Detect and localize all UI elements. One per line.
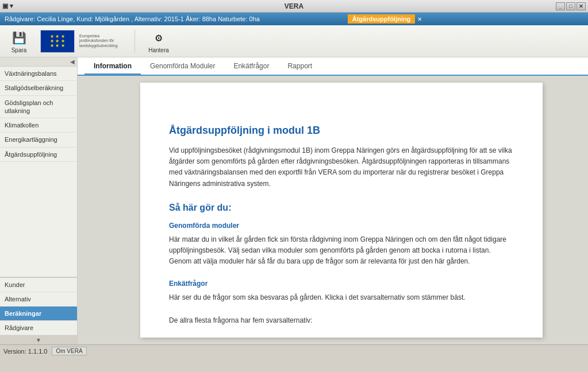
app-title: VERA [285,2,303,10]
doc-subsection-enkätfragor: Enkätfrågor [169,278,514,289]
doc-enkät-note: De allra flesta frågorna har fem svarsal… [169,315,514,326]
eu-logo-area: ★ ★ ★★ ★ ★★ ★ ★ Europeiska jordbruksfond… [40,30,125,53]
sidebar-bottom-berakningar[interactable]: Beräkningar [0,307,77,321]
doc-section1-title: Så här gör du: [169,201,514,215]
breadcrumb: Rådgivare: Cecilia Linge, Kund: Mjölkgår… [0,13,588,25]
tab-rapport[interactable]: Rapport [278,59,321,75]
toolbar: 💾 Spara ★ ★ ★★ ★ ★★ ★ ★ Europeiska jordb… [0,25,588,57]
doc-subsection-genomforda: Genomförda moduler [169,220,514,231]
document-page: Åtgärdsuppföljning i modul 1B Vid uppföl… [140,83,543,338]
sidebar-item-atgardsuppfoljning[interactable]: Åtgärdsuppföljning [0,148,77,162]
save-button[interactable]: 💾 Spara [5,28,33,55]
maximize-button[interactable]: □ [566,2,575,10]
app-menu-icon[interactable]: ▣ ▾ [2,2,13,10]
eu-logo-text: Europeiska jordbruksfonden för landsbygd… [79,34,125,48]
tab-information[interactable]: Information [84,59,141,75]
doc-enkät-body: Här ser du de frågor som ska besvaras på… [169,292,514,303]
doc-title: Åtgärdsuppföljning i modul 1B [169,123,514,138]
sidebar-item-stallgodsel[interactable]: Stallgödselberäkning [0,81,77,95]
content-area: Information Genomförda Moduler Enkätfråg… [78,57,588,344]
eu-logo: ★ ★ ★★ ★ ★★ ★ ★ [40,30,75,53]
minimize-button[interactable]: _ [556,2,565,10]
sidebar-item-godslingsplan[interactable]: Gödsligsplan och utlakning [0,96,77,119]
sidebar-collapse-button[interactable]: ◀ [0,57,77,67]
title-bar-left[interactable]: ▣ ▾ [2,2,13,10]
about-vera-button[interactable]: Om VERA [52,347,86,355]
sidebar-bottom: Kunder Alternativ Beräkningar Rådgivare … [0,277,77,344]
tab-genomforda-moduler[interactable]: Genomförda Moduler [141,59,224,75]
sidebar-nav: Växtnäringsbalans Stallgödselberäkning G… [0,67,77,277]
close-button[interactable]: ✕ [577,2,586,10]
sidebar-bottom-kunder[interactable]: Kunder [0,278,77,292]
save-label: Spara [11,47,27,53]
doc-intro: Vid uppföljningsbesöket (rådgivningsmodu… [169,145,514,189]
sidebar: ◀ Växtnäringsbalans Stallgödselberäkning… [0,57,78,344]
sidebar-scroll-down[interactable]: ▼ [0,335,77,344]
sidebar-bottom-radgivare[interactable]: Rådgivare [0,321,77,335]
sidebar-item-vaxtnaringsbalans[interactable]: Växtnäringsbalans [0,67,77,81]
sidebar-bottom-alternativ[interactable]: Alternativ [0,292,77,307]
status-bar: Version: 1.1.1.0 Om VERA [0,344,588,357]
save-icon: 💾 [10,29,28,47]
manage-label: Hantera [148,47,169,53]
doc-genomforda-body: Här matar du in vilket år gården fick si… [169,234,514,268]
window-controls[interactable]: _ □ ✕ [556,2,586,10]
main-layout: ◀ Växtnäringsbalans Stallgödselberäkning… [0,57,588,344]
sidebar-item-klimatkollen[interactable]: Klimatkollen [0,118,77,133]
toolbar-divider [134,30,135,53]
doc-left-margin [123,83,140,338]
manage-button[interactable]: ⚙ Hantera [144,28,173,55]
active-tab-badge: Åtgärdsuppföljning [348,14,415,24]
eu-stars: ★ ★ ★★ ★ ★★ ★ ★ [50,34,64,48]
document-area: Åtgärdsuppföljning i modul 1B Vid uppföl… [78,76,588,344]
inner-tabs: Information Genomförda Moduler Enkätfråg… [78,57,588,76]
sidebar-item-energikartlaggning[interactable]: Energikartläggning [0,133,77,147]
title-bar: ▣ ▾ VERA _ □ ✕ [0,0,588,13]
manage-icon: ⚙ [149,29,168,47]
version-label: Version: 1.1.1.0 [3,348,47,355]
tab-enkätfragor[interactable]: Enkätfrågor [224,59,278,75]
